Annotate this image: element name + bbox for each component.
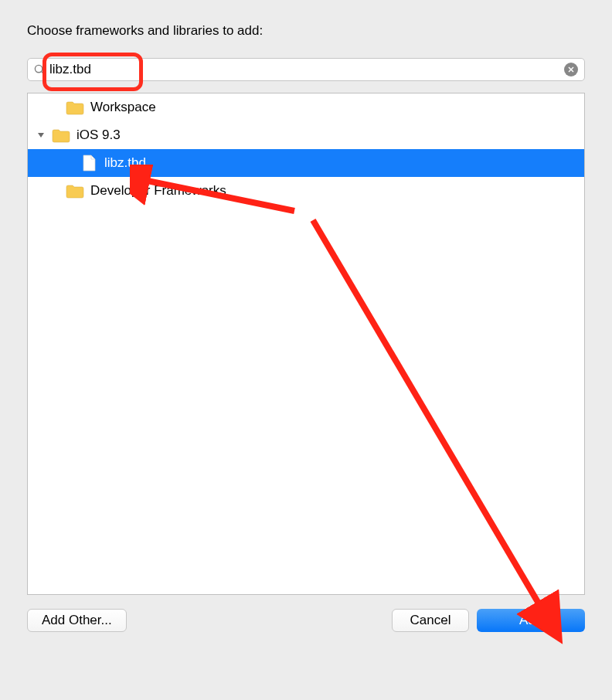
disclosure-triangle[interactable] <box>36 131 46 139</box>
folder-icon <box>66 183 84 199</box>
svg-point-0 <box>35 65 42 72</box>
search-input[interactable] <box>49 62 564 77</box>
dialog-title: Choose frameworks and libraries to add: <box>27 23 585 39</box>
clear-search-button[interactable] <box>564 63 578 76</box>
add-other-button[interactable]: Add Other... <box>27 609 127 632</box>
tree-item-label: libz.tbd <box>104 155 146 171</box>
button-row: Add Other... Cancel Add <box>27 609 585 632</box>
search-icon <box>34 64 46 76</box>
folder-icon <box>52 127 70 143</box>
dialog: Choose frameworks and libraries to add: <box>0 0 612 651</box>
tree-item-label: iOS 9.3 <box>76 127 121 143</box>
add-button[interactable]: Add <box>477 609 585 632</box>
tree-item-label: Developer Frameworks <box>90 183 226 199</box>
list-item[interactable]: Developer Frameworks <box>28 177 584 205</box>
cancel-button[interactable]: Cancel <box>392 609 469 632</box>
framework-tree[interactable]: Workspace iOS 9.3 libz.tb <box>27 93 585 595</box>
list-item[interactable]: Workspace <box>28 93 584 121</box>
svg-line-1 <box>42 71 45 74</box>
file-icon <box>80 155 98 171</box>
search-field[interactable] <box>27 58 585 81</box>
list-item[interactable]: iOS 9.3 <box>28 121 584 149</box>
list-item[interactable]: libz.tbd <box>28 149 584 177</box>
folder-icon <box>66 100 84 115</box>
tree-item-label: Workspace <box>90 100 156 115</box>
